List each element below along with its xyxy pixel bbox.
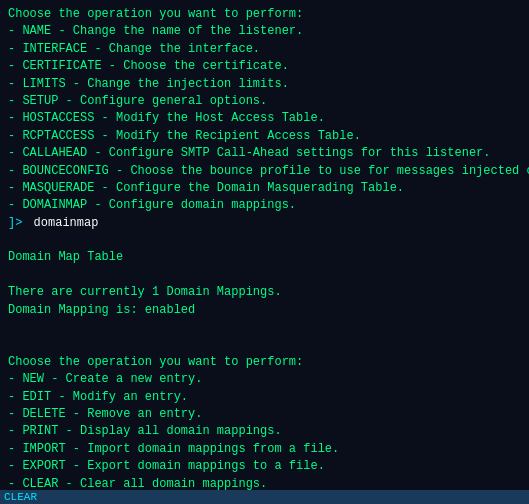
prompt-input-1: domainmap — [26, 215, 98, 232]
s2-choose: Choose the operation you want to perform… — [8, 354, 521, 371]
s1-domain-map-table: Domain Map Table — [8, 249, 521, 266]
s2-blank1 — [8, 336, 521, 353]
line-4: - CERTIFICATE - Choose the certificate. — [8, 58, 521, 75]
s1-count: There are currently 1 Domain Mappings. — [8, 284, 521, 301]
line-11: - MASQUERADE - Configure the Domain Masq… — [8, 180, 521, 197]
line-9: - CALLAHEAD - Configure SMTP Call-Ahead … — [8, 145, 521, 162]
prompt-gt-1: > — [15, 215, 22, 232]
line-6: - SETUP - Configure general options. — [8, 93, 521, 110]
s1-blank1 — [8, 232, 521, 249]
line-12: - DOMAINMAP - Configure domain mappings. — [8, 197, 521, 214]
s2-edit: - EDIT - Modify an entry. — [8, 389, 521, 406]
line-7: - HOSTACCESS - Modify the Host Access Ta… — [8, 110, 521, 127]
bottom-bar-text: CLEAR — [4, 491, 37, 503]
line-3: - INTERFACE - Change the interface. — [8, 41, 521, 58]
line-5: - LIMITS - Change the injection limits. — [8, 76, 521, 93]
s2-print: - PRINT - Display all domain mappings. — [8, 423, 521, 440]
s2-delete: - DELETE - Remove an entry. — [8, 406, 521, 423]
bottom-bar: CLEAR — [0, 490, 529, 504]
prompt-bracket-1: ] — [8, 215, 15, 232]
line-10: - BOUNCECONFIG - Choose the bounce profi… — [8, 163, 521, 180]
s1-enabled: Domain Mapping is: enabled — [8, 302, 521, 319]
terminal-window: Choose the operation you want to perform… — [0, 0, 529, 504]
s1-blank3 — [8, 319, 521, 336]
line-2: - NAME - Change the name of the listener… — [8, 23, 521, 40]
prompt-1[interactable]: ] > domainmap — [8, 215, 521, 232]
line-8: - RCPTACCESS - Modify the Recipient Acce… — [8, 128, 521, 145]
s1-blank2 — [8, 267, 521, 284]
s2-import: - IMPORT - Import domain mappings from a… — [8, 441, 521, 458]
s2-export: - EXPORT - Export domain mappings to a f… — [8, 458, 521, 475]
s2-new: - NEW - Create a new entry. — [8, 371, 521, 388]
line-1: Choose the operation you want to perform… — [8, 6, 521, 23]
